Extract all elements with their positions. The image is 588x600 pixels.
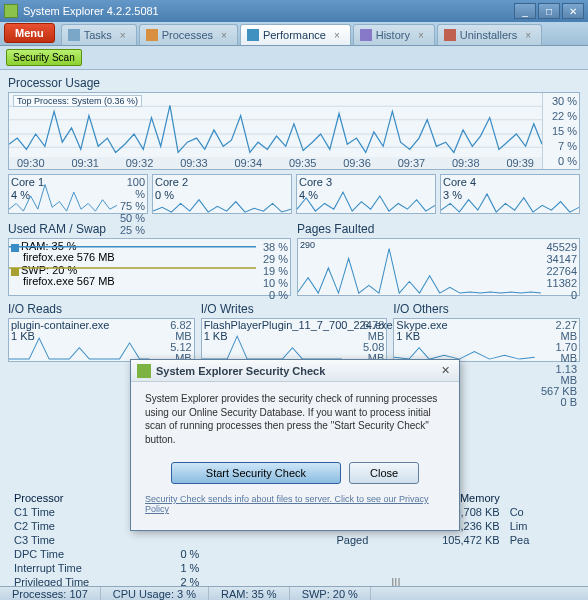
tab-performance[interactable]: Performance × xyxy=(240,24,351,45)
security-check-dialog: System Explorer Security Check ✕ System … xyxy=(130,359,460,531)
security-scan-button[interactable]: Security Scan xyxy=(6,49,82,66)
ram-swap-chart: RAM: 35 %firefox.exe 576 MB SWP: 20 %fir… xyxy=(8,238,291,296)
start-security-check-button[interactable]: Start Security Check xyxy=(171,462,341,484)
core-4-chart: Core 43 % xyxy=(440,174,580,214)
core-1-chart: Core 14 % 100 %75 %50 %25 %0 % xyxy=(8,174,148,214)
shield-icon xyxy=(137,364,151,378)
app-icon xyxy=(4,4,18,18)
status-processes: Processes: 107 xyxy=(0,587,101,600)
section-processor-usage: Processor Usage xyxy=(8,76,580,90)
tab-history[interactable]: History × xyxy=(353,24,435,45)
pages-faulted-chart: 290 455293414722764113820 xyxy=(297,238,580,296)
core-3-chart: Core 34 % xyxy=(296,174,436,214)
uninstallers-icon xyxy=(444,29,456,41)
history-icon xyxy=(360,29,372,41)
menu-button[interactable]: Menu xyxy=(4,23,55,43)
maximize-button[interactable]: □ xyxy=(538,3,560,19)
section-pages-faulted: Pages Faulted xyxy=(297,222,580,236)
io-others-chart: Skype.exe1 KB 2.27 MB1.70 MB1.13 MB567 K… xyxy=(393,318,580,362)
top-process-label: Top Process: System (0.36 %) xyxy=(13,95,142,107)
window-title: System Explorer 4.2.2.5081 xyxy=(23,5,512,17)
dialog-body: System Explorer provides the security ch… xyxy=(131,382,459,456)
performance-icon xyxy=(247,29,259,41)
section-io-others: I/O Others xyxy=(393,302,580,316)
status-swp: SWP: 20 % xyxy=(290,587,371,600)
section-used-ram: Used RAM / Swap xyxy=(8,222,291,236)
x-axis: 09:3009:3109:3209:3309:3409:3509:3609:37… xyxy=(9,157,542,169)
cores-row: Core 14 % 100 %75 %50 %25 %0 % Core 20 %… xyxy=(8,174,580,214)
section-io-reads: I/O Reads xyxy=(8,302,195,316)
toolbar: Security Scan xyxy=(0,46,588,70)
tab-label: Processes xyxy=(162,29,213,41)
y-axis: 30 %22 %15 %7 %0 % xyxy=(543,93,579,169)
tab-close-icon[interactable]: × xyxy=(221,30,227,41)
close-button[interactable]: Close xyxy=(349,462,419,484)
status-bar: Processes: 107 CPU Usage: 3 % RAM: 35 % … xyxy=(0,586,588,600)
section-io-writes: I/O Writes xyxy=(201,302,388,316)
processes-icon xyxy=(146,29,158,41)
dialog-title: System Explorer Security Check xyxy=(156,365,438,377)
tab-bar: Menu Tasks × Processes × Performance × H… xyxy=(0,22,588,46)
status-cpu: CPU Usage: 3 % xyxy=(101,587,209,600)
dialog-close-icon[interactable]: ✕ xyxy=(438,364,453,377)
tab-label: History xyxy=(376,29,410,41)
minimize-button[interactable]: _ xyxy=(514,3,536,19)
core-2-chart: Core 20 % xyxy=(152,174,292,214)
io-reads-chart: plugin-container.exe1 KB 6.82 MB5.12 MB3… xyxy=(8,318,195,362)
tab-close-icon[interactable]: × xyxy=(525,30,531,41)
tasks-icon xyxy=(68,29,80,41)
tab-close-icon[interactable]: × xyxy=(334,30,340,41)
tab-close-icon[interactable]: × xyxy=(120,30,126,41)
status-ram: RAM: 35 % xyxy=(209,587,290,600)
tab-tasks[interactable]: Tasks × xyxy=(61,24,137,45)
tab-label: Uninstallers xyxy=(460,29,517,41)
tab-label: Performance xyxy=(263,29,326,41)
io-writes-chart: FlashPlayerPlugin_11_7_700_224.exe1 KB 6… xyxy=(201,318,388,362)
dialog-titlebar: System Explorer Security Check ✕ xyxy=(131,360,459,382)
tab-uninstallers[interactable]: Uninstallers × xyxy=(437,24,542,45)
tab-processes[interactable]: Processes × xyxy=(139,24,238,45)
tab-label: Tasks xyxy=(84,29,112,41)
window-titlebar: System Explorer 4.2.2.5081 _ □ ✕ xyxy=(0,0,588,22)
tab-close-icon[interactable]: × xyxy=(418,30,424,41)
privacy-policy-link[interactable]: Security Check sends info about files to… xyxy=(131,490,459,518)
processor-usage-chart: Top Process: System (0.36 %) 09:3009:310… xyxy=(8,92,580,170)
close-button[interactable]: ✕ xyxy=(562,3,584,19)
